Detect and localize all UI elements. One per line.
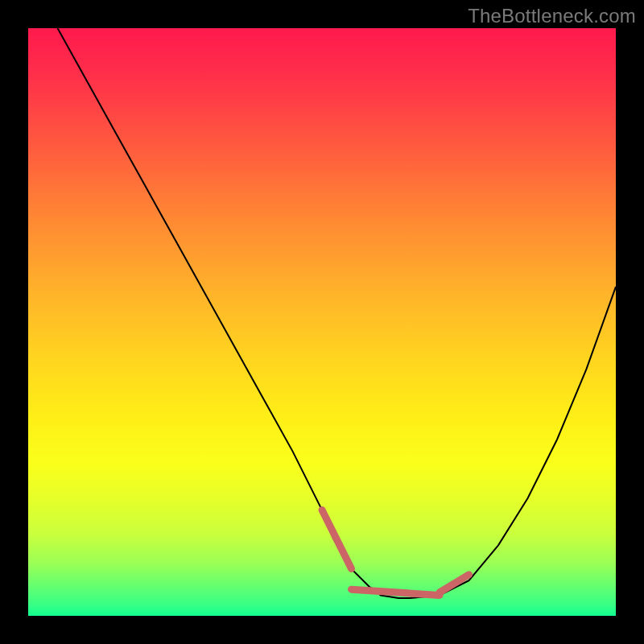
- attribution-label: TheBottleneck.com: [468, 5, 636, 27]
- plot-area: [28, 28, 616, 616]
- highlight-segment: [352, 589, 440, 595]
- chart-stage: TheBottleneck.com: [0, 0, 644, 644]
- highlight-segment: [322, 510, 352, 569]
- highlight-segments: [322, 510, 469, 596]
- curve-svg: [28, 28, 616, 616]
- bottleneck-curve: [58, 28, 617, 598]
